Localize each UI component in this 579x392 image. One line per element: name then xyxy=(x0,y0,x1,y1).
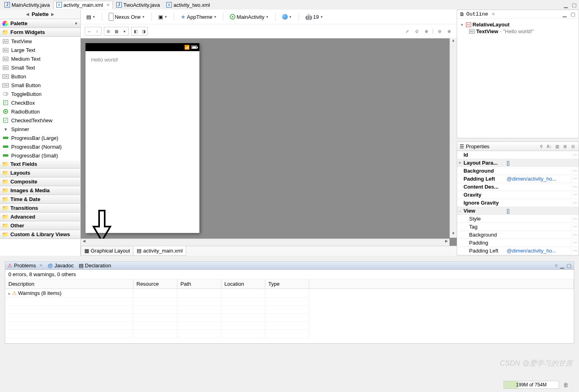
close-icon[interactable]: ✕ xyxy=(490,12,495,17)
outline-relativelayout[interactable]: ▾HRelativeLayout xyxy=(460,21,576,28)
maximize-icon[interactable]: ▢ xyxy=(567,263,571,269)
filter-icon[interactable]: ⚲ xyxy=(538,143,544,149)
trash-icon[interactable]: 🗑 xyxy=(563,382,569,388)
tab-activity-two-xml[interactable]: xactivity_two.xml xyxy=(163,1,213,9)
preview-text[interactable]: Hello world! xyxy=(86,51,199,68)
collapse-icon[interactable]: ⊟ xyxy=(570,143,576,149)
palette-item[interactable]: ProgressBar (Small) xyxy=(0,151,80,160)
palette-item[interactable]: ToggleButton xyxy=(0,90,80,98)
toggle-height-icon[interactable]: ↕ xyxy=(94,28,101,35)
expand-icon[interactable]: ▸ xyxy=(8,291,10,296)
property-row[interactable]: Id⋯ xyxy=(457,151,579,159)
more-icon[interactable]: ⋯ xyxy=(571,177,579,181)
align-icon[interactable]: ◧ xyxy=(132,28,139,35)
orientation-dropdown[interactable]: ▣▼ xyxy=(157,13,169,21)
more-icon[interactable]: ⋯ xyxy=(571,233,579,237)
column-header[interactable]: Resource xyxy=(133,279,177,289)
palette-section[interactable]: 📁Advanced xyxy=(0,213,80,221)
zoom-reset-icon[interactable]: ⊙ xyxy=(413,28,420,35)
column-header[interactable]: Path xyxy=(177,279,221,289)
palette-item[interactable]: ProgressBar (Normal) xyxy=(0,142,80,151)
palette-item[interactable]: OKButton xyxy=(0,72,80,81)
section-form-widgets[interactable]: 📁 Form Widgets xyxy=(0,28,80,37)
device-dropdown[interactable]: Nexus One▼ xyxy=(107,12,147,22)
more-icon[interactable]: ⋯ xyxy=(571,185,579,189)
outline-textview[interactable]: AbTextView - "Hello world!" xyxy=(460,28,576,35)
column-header[interactable]: Description xyxy=(5,279,133,289)
toggle-width-icon[interactable]: ↔ xyxy=(86,28,93,35)
chevron-down-icon[interactable]: ▼ xyxy=(74,22,78,26)
api-dropdown[interactable]: 🤖19▼ xyxy=(304,13,325,21)
column-header[interactable]: Type xyxy=(265,279,309,289)
tab-graphical-layout[interactable]: ▦Graphical Layout xyxy=(81,246,133,256)
chevron-left-icon[interactable]: ◀ xyxy=(26,12,29,16)
device-preview[interactable]: 📶 Hello world! xyxy=(86,43,199,233)
property-row[interactable]: Padding Left@dimen/activity_ho...⋯ xyxy=(457,175,579,183)
maximize-icon[interactable]: ▢ xyxy=(570,11,576,17)
minimize-icon[interactable]: ▁ xyxy=(560,263,564,269)
collapse-icon[interactable]: ▾ xyxy=(460,23,464,27)
property-row[interactable]: +Layout Para...[] xyxy=(457,159,579,167)
property-row[interactable]: Background⋯ xyxy=(457,231,579,239)
show-advanced-icon[interactable]: ▥ xyxy=(554,143,560,149)
palette-section[interactable]: 📁Text Fields xyxy=(0,160,80,169)
tab-mainactivity[interactable]: JMainActivity.java xyxy=(2,1,53,9)
activity-dropdown[interactable]: MainActivity▼ xyxy=(228,13,270,21)
tab-declaration[interactable]: ▤Declaration xyxy=(79,263,111,269)
more-icon[interactable]: ⋯ xyxy=(571,153,579,157)
palette-section[interactable]: 📁Transitions xyxy=(0,204,80,213)
margins-icon[interactable]: ▦ xyxy=(113,28,120,35)
caret-icon[interactable]: ▾ xyxy=(121,28,128,35)
palette-item[interactable]: ✓CheckBox xyxy=(0,98,80,107)
palette-item[interactable]: ▾Spinner xyxy=(0,125,80,133)
palette-item[interactable]: ProgressBar (Large) xyxy=(0,133,80,142)
palette-section[interactable]: 📁Time & Date xyxy=(0,195,80,204)
maximize-icon[interactable]: ▢ xyxy=(571,2,577,8)
more-icon[interactable]: ⋯ xyxy=(571,201,579,205)
palette-item[interactable]: ✓CheckedTextView xyxy=(0,116,80,125)
property-row[interactable]: Padding Top@dimen/activity_ver...⋯ xyxy=(457,255,579,255)
memory-indicator[interactable]: 199M of 754M xyxy=(503,381,559,389)
tab-xml-source[interactable]: ▤activity_main.xml xyxy=(133,246,186,256)
close-icon[interactable]: ✕ xyxy=(38,263,43,268)
zoom-out-icon[interactable]: ⊖ xyxy=(436,28,443,35)
menu-icon[interactable]: ▿ xyxy=(555,263,558,269)
property-row[interactable]: Gravity⋯ xyxy=(457,191,579,199)
minimize-icon[interactable]: ▁ xyxy=(563,2,569,8)
property-row[interactable]: Tag⋯ xyxy=(457,223,579,231)
theme-dropdown[interactable]: ★AppTheme▼ xyxy=(179,13,219,21)
more-icon[interactable]: ⋯ xyxy=(571,169,579,173)
minimize-icon[interactable]: ▁ xyxy=(562,11,567,17)
property-row[interactable]: Content Des...⋯ xyxy=(457,183,579,191)
palette-item[interactable]: RadioButton xyxy=(0,107,80,116)
palette-section[interactable]: 📁Layouts xyxy=(0,169,80,177)
tab-twoactivity[interactable]: JTwoActivity.java xyxy=(113,1,163,9)
column-header[interactable]: Location xyxy=(221,279,265,289)
property-row[interactable]: -View[] xyxy=(457,207,579,215)
design-canvas[interactable]: 📶 Hello world! ▲▼ ◀▶ xyxy=(81,38,457,246)
property-row[interactable]: Style⋯ xyxy=(457,215,579,223)
property-row[interactable]: Ignore Gravity⋯ xyxy=(457,199,579,207)
palette-item[interactable]: AbTextView xyxy=(0,37,80,46)
palette-item[interactable]: OKSmall Button xyxy=(0,81,80,90)
tab-activity-main-xml[interactable]: xactivity_main.xml✕ xyxy=(54,1,113,9)
palette-section[interactable]: 📁Composite xyxy=(0,177,80,186)
zoom-in-icon[interactable]: ⊕ xyxy=(423,28,430,35)
tab-problems[interactable]: ⚠Problems✕ xyxy=(8,263,43,269)
table-row[interactable]: ▸ ⚠ Warnings (8 items) xyxy=(5,289,574,298)
locale-dropdown[interactable]: ▼ xyxy=(281,13,294,20)
property-row[interactable]: Padding Left@dimen/activity_ho...⋯ xyxy=(457,247,579,255)
property-row[interactable]: Padding⋯ xyxy=(457,239,579,247)
more-icon[interactable]: ⋯ xyxy=(571,249,579,253)
palette-root[interactable]: Palette ▼ xyxy=(0,19,80,28)
config-dropdown[interactable]: ▤▼ xyxy=(85,13,97,21)
palette-section[interactable]: 📁Images & Media xyxy=(0,186,80,195)
chevron-right-icon[interactable]: ▶ xyxy=(51,12,54,16)
grid-icon[interactable]: ⊞ xyxy=(105,28,112,35)
tab-javadoc[interactable]: @Javadoc xyxy=(48,263,74,269)
more-icon[interactable]: ⋯ xyxy=(571,193,579,197)
zoom-in2-icon[interactable]: ⊕ xyxy=(446,28,453,35)
more-icon[interactable]: ⋯ xyxy=(571,241,579,245)
palette-item[interactable]: AbLarge Text xyxy=(0,46,80,54)
sort-icon[interactable]: A↓ xyxy=(546,143,552,149)
